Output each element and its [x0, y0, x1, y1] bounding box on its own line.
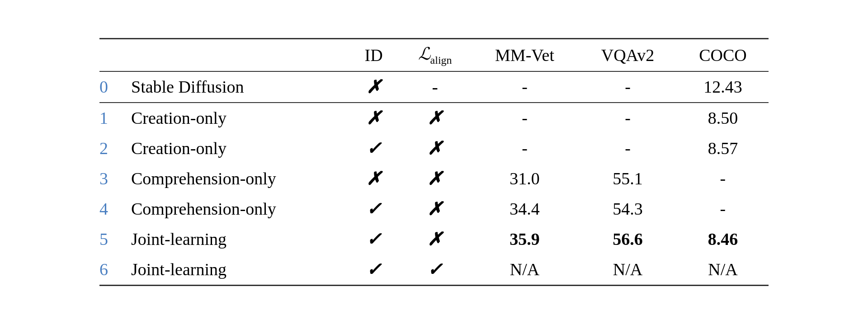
cell-id-check: ✗ [349, 103, 399, 133]
cell-name: Comprehension-only [122, 194, 349, 224]
cell-coco: 8.50 [677, 103, 769, 133]
cell-mm-vet: 31.0 [471, 164, 578, 194]
header-l-align: ℒalign [399, 39, 471, 71]
header-row: ID ℒalign MM-Vet VQAv2 COCO [99, 39, 769, 71]
cell-mm-vet: - [471, 71, 578, 103]
cell-coco: - [677, 194, 769, 224]
table-container: ID ℒalign MM-Vet VQAv2 COCO 0Stable Diff… [72, 20, 796, 304]
table-row: 3Comprehension-only✗✗31.055.1- [99, 164, 769, 194]
cell-l-align: ✗ [399, 224, 471, 254]
header-vqav2: VQAv2 [578, 39, 677, 71]
cell-vqav2: 54.3 [578, 194, 677, 224]
cell-id-check: ✓ [349, 254, 399, 286]
cell-coco: N/A [677, 254, 769, 286]
cell-vqav2: - [578, 71, 677, 103]
cell-name: Creation-only [122, 103, 349, 133]
table-row: 0Stable Diffusion✗---12.43 [99, 71, 769, 103]
cell-mm-vet: 34.4 [471, 194, 578, 224]
cell-name: Creation-only [122, 133, 349, 164]
cell-l-align: ✗ [399, 103, 471, 133]
cell-vqav2: 56.6 [578, 224, 677, 254]
header-empty-1 [99, 39, 122, 71]
table-row: 5Joint-learning✓✗35.956.68.46 [99, 224, 769, 254]
table-row: 6Joint-learning✓✓N/AN/AN/A [99, 254, 769, 286]
cell-mm-vet: - [471, 133, 578, 164]
cell-id-check: ✗ [349, 164, 399, 194]
cell-id: 1 [99, 103, 122, 133]
cell-id: 4 [99, 194, 122, 224]
cell-id: 0 [99, 71, 122, 103]
cell-coco: 8.57 [677, 133, 769, 164]
header-mm-vet: MM-Vet [471, 39, 578, 71]
cell-l-align: ✓ [399, 254, 471, 286]
cell-mm-vet: N/A [471, 254, 578, 286]
cell-vqav2: 55.1 [578, 164, 677, 194]
cell-vqav2: N/A [578, 254, 677, 286]
table-row: 1Creation-only✗✗--8.50 [99, 103, 769, 133]
cell-l-align: ✗ [399, 164, 471, 194]
cell-name: Joint-learning [122, 254, 349, 286]
cell-coco: 12.43 [677, 71, 769, 103]
cell-name: Comprehension-only [122, 164, 349, 194]
cell-id: 5 [99, 224, 122, 254]
header-empty-2 [122, 39, 349, 71]
table-row: 2Creation-only✓✗--8.57 [99, 133, 769, 164]
header-coco: COCO [677, 39, 769, 71]
header-id: ID [349, 39, 399, 71]
cell-id-check: ✓ [349, 194, 399, 224]
cell-mm-vet: 35.9 [471, 224, 578, 254]
cell-l-align: ✗ [399, 194, 471, 224]
cell-id-check: ✓ [349, 133, 399, 164]
cell-l-align: - [399, 71, 471, 103]
table-row: 4Comprehension-only✓✗34.454.3- [99, 194, 769, 224]
cell-id: 6 [99, 254, 122, 286]
cell-name: Stable Diffusion [122, 71, 349, 103]
cell-coco: - [677, 164, 769, 194]
cell-vqav2: - [578, 103, 677, 133]
cell-coco: 8.46 [677, 224, 769, 254]
cell-l-align: ✗ [399, 133, 471, 164]
results-table: ID ℒalign MM-Vet VQAv2 COCO 0Stable Diff… [99, 38, 769, 286]
cell-id-check: ✓ [349, 224, 399, 254]
cell-id: 3 [99, 164, 122, 194]
cell-mm-vet: - [471, 103, 578, 133]
cell-id: 2 [99, 133, 122, 164]
cell-id-check: ✗ [349, 71, 399, 103]
cell-vqav2: - [578, 133, 677, 164]
cell-name: Joint-learning [122, 224, 349, 254]
